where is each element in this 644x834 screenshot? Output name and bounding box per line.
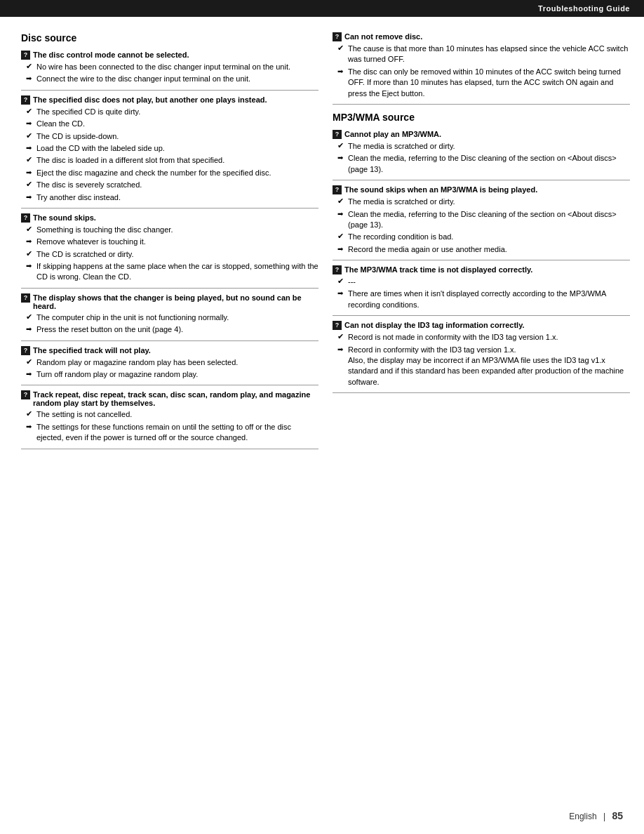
- action-item: ➡ Clean the media, referring to the Disc…: [333, 153, 630, 175]
- checkmark-icon: ✔: [335, 332, 345, 341]
- question-icon: ?: [21, 346, 30, 355]
- cause-item: ✔ The CD is scratched or dirty.: [21, 249, 318, 260]
- question-icon: ?: [333, 185, 342, 194]
- question-icon: ?: [333, 32, 342, 41]
- action-text: If skipping happens at the same place wh…: [36, 261, 318, 283]
- action-item: ➡ The disc can only be removed within 10…: [333, 67, 630, 99]
- cause-text: Random play or magazine random play has …: [36, 357, 318, 368]
- action-item: ➡ There are times when it isn't displaye…: [333, 289, 630, 310]
- action-text: Clean the media, referring to the Disc c…: [348, 209, 630, 231]
- divider: [21, 90, 318, 91]
- arrow-icon: ➡: [335, 345, 345, 353]
- cause-text: The CD is upside-down.: [36, 131, 318, 142]
- cause-item: ✔ The CD is upside-down.: [21, 131, 318, 142]
- arrow-icon: ➡: [24, 325, 34, 333]
- issue-cannot-remove-disc: ? Can not remove disc. ✔ The cause is th…: [333, 32, 630, 99]
- issue-heading-text: The sound skips.: [33, 213, 318, 222]
- page: Troubleshooting Guide Disc source ? The …: [0, 0, 644, 834]
- footer: English | 85: [569, 810, 623, 821]
- footer-page-number: 85: [612, 810, 623, 821]
- action-item: ➡ Eject the disc magazine and check the …: [21, 168, 318, 178]
- arrow-icon: ➡: [24, 144, 34, 152]
- cause-text: ---: [348, 277, 630, 287]
- cause-item: ✔ The computer chip in the unit is not f…: [21, 312, 318, 323]
- issue-heading: ? The sound skips when an MP3/WMA is bei…: [333, 185, 630, 194]
- issue-heading-text: The specified disc does not play, but an…: [33, 95, 318, 104]
- action-item: ➡ Remove whatever is touching it.: [21, 237, 318, 247]
- cause-item: ✔ The media is scratched or dirty.: [333, 141, 630, 152]
- cause-text: The media is scratched or dirty.: [348, 141, 630, 152]
- cause-text: The cause is that more than 10 minutes h…: [348, 44, 630, 65]
- issue-track-time: ? The MP3/WMA track time is not displaye…: [333, 265, 630, 310]
- cause-item: ✔ Record is not made in conformity with …: [333, 332, 630, 343]
- action-item: ➡ Clean the CD.: [21, 119, 318, 129]
- cause-item: ✔ The setting is not cancelled.: [21, 409, 318, 420]
- issue-heading: ? Track repeat, disc repeat, track scan,…: [21, 390, 318, 407]
- cause-item: ✔ The cause is that more than 10 minutes…: [333, 44, 630, 65]
- question-icon: ?: [21, 390, 30, 399]
- arrow-icon: ➡: [24, 370, 34, 378]
- issue-sound-skips-mp3: ? The sound skips when an MP3/WMA is bei…: [333, 185, 630, 255]
- issue-heading-text: The MP3/WMA track time is not displayed …: [344, 265, 630, 274]
- issue-heading: ? Cannot play an MP3/WMA.: [333, 130, 630, 139]
- action-text: Try another disc instead.: [36, 192, 318, 203]
- right-column: ? Can not remove disc. ✔ The cause is th…: [333, 29, 630, 454]
- action-item: ➡ Load the CD with the labeled side up.: [21, 143, 318, 154]
- checkmark-icon: ✔: [335, 141, 345, 150]
- issue-cannot-play-mp3: ? Cannot play an MP3/WMA. ✔ The media is…: [333, 130, 630, 175]
- cause-item: ✔ The disc is severely scratched.: [21, 180, 318, 190]
- content-area: Disc source ? The disc control mode cann…: [0, 17, 644, 461]
- arrow-icon: ➡: [24, 119, 34, 127]
- cause-item: ✔ No wire has been connected to the disc…: [21, 62, 318, 72]
- arrow-icon: ➡: [335, 210, 345, 218]
- cause-text: The specified CD is quite dirty.: [36, 107, 318, 117]
- cause-item: ✔ Something is touching the disc changer…: [21, 225, 318, 235]
- divider: [21, 288, 318, 289]
- checkmark-icon: ✔: [24, 155, 34, 164]
- left-column: Disc source ? The disc control mode cann…: [21, 29, 318, 454]
- checkmark-icon: ✔: [24, 409, 34, 418]
- cause-item: ✔ The disc is loaded in a different slot…: [21, 155, 318, 166]
- divider: [333, 392, 630, 393]
- action-item: ➡ Record in conformity with the ID3 tag …: [333, 345, 630, 388]
- arrow-icon: ➡: [24, 237, 34, 245]
- header-title: Troubleshooting Guide: [538, 4, 630, 13]
- question-icon: ?: [21, 293, 30, 303]
- issue-heading-text: Track repeat, disc repeat, track scan, d…: [33, 390, 318, 407]
- checkmark-icon: ✔: [335, 232, 345, 241]
- right-section-title: MP3/WMA source: [333, 112, 630, 123]
- action-text: Eject the disc magazine and check the nu…: [36, 168, 318, 178]
- arrow-icon: ➡: [24, 423, 34, 430]
- action-text: Record the media again or use another me…: [348, 244, 630, 255]
- issue-heading-text: The display shows that the changer is be…: [33, 293, 318, 310]
- issue-specified-disc: ? The specified disc does not play, but …: [21, 95, 318, 203]
- cause-text: Something is touching the disc changer.: [36, 225, 318, 235]
- issue-heading-text: Can not display the ID3 tag information …: [344, 321, 630, 329]
- arrow-icon: ➡: [24, 193, 34, 201]
- cause-item: ✔ ---: [333, 277, 630, 287]
- question-icon: ?: [333, 130, 342, 139]
- divider: [21, 208, 318, 208]
- issue-heading: ? The disc control mode cannot be select…: [21, 51, 318, 60]
- action-text: The disc can only be removed within 10 m…: [348, 67, 630, 99]
- action-text: Connect the wire to the disc changer inp…: [36, 74, 318, 84]
- cause-text: The recording condition is bad.: [348, 232, 630, 242]
- divider: [21, 340, 318, 341]
- checkmark-icon: ✔: [24, 249, 34, 258]
- cause-text: The CD is scratched or dirty.: [36, 249, 318, 260]
- cause-text: The disc is severely scratched.: [36, 180, 318, 190]
- issue-heading-text: Cannot play an MP3/WMA.: [344, 130, 630, 138]
- cause-text: No wire has been connected to the disc c…: [36, 62, 318, 72]
- issue-heading-text: The disc control mode cannot be selected…: [33, 51, 318, 59]
- left-section-title: Disc source: [21, 32, 318, 44]
- issue-sound-skips: ? The sound skips. ✔ Something is touchi…: [21, 213, 318, 283]
- action-text: The settings for these functions remain …: [36, 422, 318, 444]
- issue-heading: ? The specified track will not play.: [21, 346, 318, 355]
- action-item: ➡ Clean the media, referring to the Disc…: [333, 209, 630, 231]
- checkmark-icon: ✔: [335, 277, 345, 286]
- checkmark-icon: ✔: [335, 44, 345, 53]
- checkmark-icon: ✔: [24, 180, 34, 189]
- divider: [21, 449, 318, 449]
- question-icon: ?: [21, 51, 30, 60]
- cause-text: The computer chip in the unit is not fun…: [36, 312, 318, 323]
